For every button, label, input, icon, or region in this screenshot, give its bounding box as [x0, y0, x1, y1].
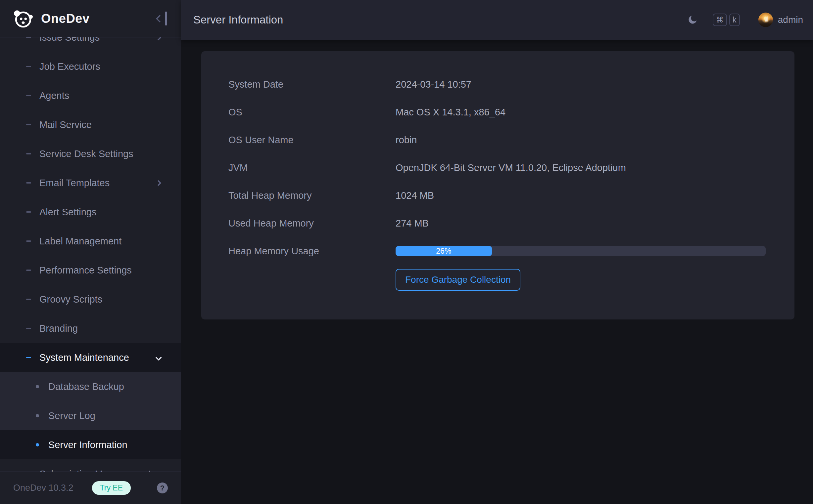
- info-row: OSMac OS X 14.3.1, x86_64: [229, 98, 766, 126]
- sidebar-item-label: Performance Settings: [39, 265, 132, 276]
- sidebar-item-alert-settings[interactable]: Alert Settings: [0, 197, 181, 227]
- bullet-dash-icon: [26, 270, 31, 271]
- sidebar-item-system-maintenance[interactable]: System Maintenance: [0, 343, 181, 372]
- app-version: OneDev 10.3.2: [13, 483, 73, 493]
- bullet-dash-icon: [26, 124, 31, 125]
- info-value: 1024 MB: [396, 190, 434, 201]
- sidebar-item-mail-service[interactable]: Mail Service: [0, 110, 181, 139]
- progressbar-fill: 26%: [396, 246, 492, 256]
- info-label: System Date: [229, 79, 396, 90]
- sidebar-item-groovy-scripts[interactable]: Groovy Scripts: [0, 285, 181, 314]
- chevron-left-icon: [155, 15, 163, 22]
- info-row: OS User Namerobin: [229, 126, 766, 154]
- sidebar-item-database-backup[interactable]: Database Backup: [0, 372, 181, 401]
- sidebar-item-issue-settings[interactable]: Issue Settings: [0, 37, 181, 52]
- info-row: JVMOpenJDK 64-Bit Server VM 11.0.20, Ecl…: [229, 154, 766, 182]
- server-info-card: System Date2024-03-14 10:57OSMac OS X 14…: [201, 51, 794, 319]
- sidebar-item-server-information[interactable]: Server Information: [0, 430, 181, 459]
- progressbar-percent-label: 26%: [436, 247, 451, 256]
- bullet-dash-icon: [26, 95, 31, 96]
- info-label: Total Heap Memory: [229, 190, 396, 201]
- card-actions: Force Garbage Collection: [229, 269, 766, 291]
- sidebar-item-label: Agents: [39, 90, 69, 101]
- info-label: JVM: [229, 162, 396, 173]
- help-icon[interactable]: ?: [157, 483, 168, 493]
- sidebar-item-performance-settings[interactable]: Performance Settings: [0, 256, 181, 285]
- sidebar-item-server-log[interactable]: Server Log: [0, 401, 181, 430]
- chevron-right-icon: [155, 180, 161, 186]
- info-row: System Date2024-03-14 10:57: [229, 70, 766, 98]
- bullet-dash-icon: [26, 240, 31, 242]
- info-label: OS User Name: [229, 135, 396, 146]
- bullet-dash-icon: [26, 299, 31, 300]
- collapse-bar-icon: [165, 12, 167, 25]
- sidebar-item-label: Label Management: [39, 236, 121, 247]
- bullet-dash-icon: [26, 66, 31, 67]
- sidebar-nav-list: Issue SettingsJob ExecutorsAgentsMail Se…: [0, 37, 181, 472]
- page-title: Server Information: [193, 14, 283, 26]
- bullet-dot-icon: [36, 414, 39, 417]
- sidebar-item-agents[interactable]: Agents: [0, 81, 181, 110]
- search-shortcut[interactable]: ⌘ k: [713, 14, 740, 26]
- info-label: Used Heap Memory: [229, 218, 396, 229]
- bullet-dash-icon: [26, 37, 31, 38]
- sidebar-item-branding[interactable]: Branding: [0, 314, 181, 343]
- dark-mode-moon-icon[interactable]: [687, 14, 698, 25]
- info-value: 274 MB: [396, 218, 429, 229]
- top-header: Server Information ⌘ k admin: [181, 0, 813, 40]
- command-key-icon: ⌘: [713, 14, 727, 26]
- sidebar-item-label: Job Executors: [39, 61, 100, 72]
- sidebar: OneDev Issue SettingsJob ExecutorsAgents…: [0, 0, 181, 504]
- bullet-dash-icon: [26, 182, 31, 184]
- sidebar-item-label-management[interactable]: Label Management: [0, 227, 181, 256]
- sidebar-item-label: Alert Settings: [39, 207, 96, 218]
- force-garbage-collection-button[interactable]: Force Garbage Collection: [396, 269, 520, 291]
- sidebar-item-email-templates[interactable]: Email Templates: [0, 168, 181, 197]
- sidebar-item-label: Groovy Scripts: [39, 294, 102, 305]
- sidebar-header: OneDev: [0, 0, 181, 37]
- sidebar-item-service-desk-settings[interactable]: Service Desk Settings: [0, 139, 181, 168]
- sidebar-item-label: Email Templates: [39, 178, 109, 189]
- info-value: Mac OS X 14.3.1, x86_64: [396, 107, 505, 118]
- sidebar-item-label: Server Information: [48, 440, 127, 450]
- info-label: OS: [229, 107, 396, 118]
- header-actions: ⌘ k admin: [687, 13, 803, 27]
- main-content: System Date2024-03-14 10:57OSMac OS X 14…: [181, 40, 813, 504]
- k-key-icon: k: [729, 14, 740, 26]
- sidebar-item-label: System Maintenance: [39, 352, 129, 363]
- bullet-dash-icon: [26, 153, 31, 154]
- info-value: robin: [396, 135, 417, 146]
- sidebar-item-label: Branding: [39, 323, 78, 334]
- info-label: Heap Memory Usage: [229, 246, 396, 257]
- user-avatar[interactable]: [758, 13, 773, 27]
- app-title: OneDev: [41, 12, 90, 26]
- user-name[interactable]: admin: [778, 15, 803, 25]
- info-row: Total Heap Memory1024 MB: [229, 182, 766, 209]
- sidebar-footer: OneDev 10.3.2 Try EE ?: [0, 472, 181, 504]
- heap-usage-progressbar: 26%: [396, 246, 766, 256]
- bullet-dot-icon: [36, 443, 39, 446]
- sidebar-menu: Issue SettingsJob ExecutorsAgentsMail Se…: [0, 37, 181, 472]
- sidebar-item-job-executors[interactable]: Job Executors: [0, 52, 181, 81]
- sidebar-item-subscription-management[interactable]: Subscription Management: [0, 459, 181, 472]
- heap-usage-row: Heap Memory Usage 26%: [229, 237, 766, 265]
- info-row: Used Heap Memory274 MB: [229, 209, 766, 237]
- sidebar-collapse-icon[interactable]: [157, 12, 167, 25]
- sidebar-item-label: Mail Service: [39, 119, 92, 130]
- sidebar-item-label: Service Desk Settings: [39, 148, 133, 159]
- sidebar-item-label: Server Log: [48, 410, 95, 421]
- chevron-down-icon: [155, 354, 162, 361]
- sidebar-item-label: Database Backup: [48, 381, 124, 392]
- info-value: OpenJDK 64-Bit Server VM 11.0.20, Eclips…: [396, 162, 626, 173]
- sidebar-item-label: Issue Settings: [39, 37, 100, 43]
- bullet-dash-icon: [26, 211, 31, 213]
- app-logo[interactable]: OneDev: [0, 8, 90, 29]
- try-ee-badge[interactable]: Try EE: [92, 481, 131, 495]
- info-rows: System Date2024-03-14 10:57OSMac OS X 14…: [229, 70, 766, 237]
- info-value: 2024-03-14 10:57: [396, 79, 471, 90]
- bullet-dot-icon: [36, 385, 39, 388]
- onedev-panda-logo-icon: [12, 8, 34, 29]
- sidebar-item-label: Subscription Management: [39, 469, 151, 472]
- bullet-dash-icon: [26, 328, 31, 329]
- chevron-right-icon: [155, 37, 161, 40]
